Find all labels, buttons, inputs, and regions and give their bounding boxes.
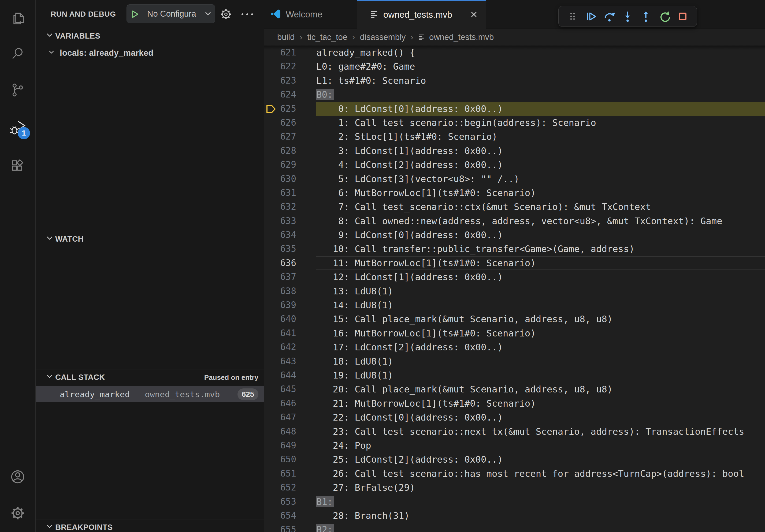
chevron-down-icon: [49, 50, 54, 55]
code-line-628[interactable]: 628 3: LdConst[1](address: 0x00..): [264, 144, 765, 158]
line-content: 25: LdConst[2](address: 0x00..): [316, 452, 765, 466]
line-number: 642: [264, 340, 296, 354]
code-line-640[interactable]: 640 15: Call place_mark(&mut Scenario, a…: [264, 312, 765, 326]
line-content: 22: LdConst[0](address: 0x00..): [316, 410, 765, 424]
line-content: 28: Branch(31): [316, 509, 765, 523]
block-label: B2:: [316, 524, 334, 532]
line-number: 652: [264, 481, 296, 494]
code-line-627[interactable]: 627 2: StLoc[1](ts#1#0: Scenario): [264, 130, 765, 143]
code-line-622[interactable]: 622L0: game#2#0: Game: [264, 60, 765, 73]
code-line-623[interactable]: 623L1: ts#1#0: Scenario: [264, 74, 765, 88]
line-number: 649: [264, 438, 296, 452]
scope-label: locals: already_marked: [60, 48, 154, 58]
restart-button[interactable]: [657, 9, 671, 23]
code-line-648[interactable]: 648 23: Call test_scenario::next_tx(&mut…: [264, 424, 765, 438]
breadcrumb-file[interactable]: owned_tests.mvb: [429, 32, 494, 42]
code-line-646[interactable]: 646 21: MutBorrowLoc[1](ts#1#0: Scenario…: [264, 397, 765, 410]
tab-label: owned_tests.mvb: [383, 10, 452, 20]
tab-welcome[interactable]: Welcome: [264, 0, 357, 29]
explorer-icon[interactable]: [9, 10, 26, 27]
code-line-653[interactable]: 653B1:: [264, 495, 765, 509]
breadcrumb-item[interactable]: build: [277, 32, 295, 42]
code-line-634[interactable]: 634 9: LdConst[0](address: 0x00..): [264, 228, 765, 242]
start-debug-icon[interactable]: [130, 9, 140, 20]
step-into-button[interactable]: [621, 9, 635, 23]
code-line-630[interactable]: 630 5: LdConst[3](vector<u8>: "" /..): [264, 172, 765, 186]
line-content: 19: LdU8(1): [316, 368, 765, 382]
drag-handle-icon[interactable]: [565, 9, 579, 23]
section-divider: [36, 519, 264, 519]
source-control-icon[interactable]: [9, 82, 26, 99]
code-line-641[interactable]: 641 16: MutBorrowLoc[1](ts#1#0: Scenario…: [264, 326, 765, 340]
search-icon[interactable]: [9, 45, 26, 62]
line-number: 624: [264, 88, 296, 102]
code-line-644[interactable]: 644 19: LdU8(1): [264, 368, 765, 382]
section-label: BREAKPOINTS: [55, 523, 113, 532]
code-line-636[interactable]: 636 11: MutBorrowLoc[1](ts#1#0: Scenario…: [264, 256, 765, 270]
call-stack-frame-row[interactable]: already_marked owned_tests.mvb 625: [36, 386, 264, 402]
line-content: 15: Call place_mark(&mut Scenario, addre…: [316, 312, 765, 326]
breadcrumb-separator: ›: [300, 32, 303, 42]
code-line-654[interactable]: 654 28: Branch(31): [264, 509, 765, 523]
code-line-655[interactable]: 655B2:: [264, 523, 765, 532]
code-line-650[interactable]: 650 25: LdConst[2](address: 0x00..): [264, 452, 765, 466]
debug-settings-gear-icon[interactable]: [220, 8, 232, 22]
code-area: 621already_marked() {622L0: game#2#0: Ga…: [264, 46, 765, 532]
line-content: 6: MutBorrowLoc[1](ts#1#0: Scenario): [316, 186, 765, 200]
code-line-625[interactable]: 625 0: LdConst[0](address: 0x00..): [264, 102, 765, 116]
breadcrumb-item[interactable]: disassembly: [360, 32, 406, 42]
line-content: B0:: [316, 88, 765, 102]
step-out-button[interactable]: [639, 9, 653, 23]
code-line-626[interactable]: 626 1: Call test_scenario::begin(address…: [264, 116, 765, 130]
line-number: 628: [264, 144, 296, 158]
line-content: 1: Call test_scenario::begin(address): S…: [316, 116, 765, 130]
code-line-649[interactable]: 649 24: Pop: [264, 438, 765, 452]
variables-section-header[interactable]: VARIABLES: [36, 30, 264, 43]
line-number: 653: [264, 495, 296, 509]
vscode-logo-icon: [271, 9, 281, 20]
settings-gear-icon[interactable]: [9, 505, 26, 522]
code-line-633[interactable]: 633 8: Call owned::new(address, address,…: [264, 214, 765, 228]
line-number: 631: [264, 186, 296, 200]
close-icon[interactable]: [470, 10, 478, 20]
code-line-632[interactable]: 632 7: Call test_scenario::ctx(&mut Scen…: [264, 200, 765, 214]
code-line-631[interactable]: 631 6: MutBorrowLoc[1](ts#1#0: Scenario): [264, 186, 765, 200]
line-content: L0: game#2#0: Game: [316, 60, 765, 73]
call-stack-section-header[interactable]: CALL STACK Paused on entry: [36, 371, 264, 385]
line-number: 634: [264, 228, 296, 242]
code-line-652[interactable]: 652 27: BrFalse(29): [264, 481, 765, 494]
watch-section-header[interactable]: WATCH: [36, 232, 264, 246]
tab-owned-tests[interactable]: owned_tests.mvb: [357, 0, 486, 29]
line-content: 17: LdConst[2](address: 0x00..): [316, 340, 765, 354]
extensions-icon[interactable]: [9, 157, 26, 175]
account-icon[interactable]: [9, 468, 26, 485]
breadcrumb-item[interactable]: tic_tac_toe: [307, 32, 348, 42]
stop-button[interactable]: [676, 9, 690, 23]
more-actions-icon[interactable]: [242, 13, 253, 15]
code-line-643[interactable]: 643 18: LdU8(1): [264, 355, 765, 368]
code-line-639[interactable]: 639 14: LdU8(1): [264, 298, 765, 312]
line-number: 632: [264, 200, 296, 214]
step-over-button[interactable]: [602, 9, 616, 23]
line-number: 645: [264, 382, 296, 396]
breakpoints-section-header[interactable]: BREAKPOINTS: [36, 521, 264, 532]
code-line-624[interactable]: 624B0:: [264, 88, 765, 102]
breadcrumb-separator: ›: [410, 32, 413, 42]
launch-configuration-dropdown[interactable]: No Configura: [127, 4, 215, 23]
code-line-647[interactable]: 647 22: LdConst[0](address: 0x00..): [264, 410, 765, 424]
code-line-642[interactable]: 642 17: LdConst[2](address: 0x00..): [264, 340, 765, 354]
line-content: 9: LdConst[0](address: 0x00..): [316, 228, 765, 242]
dropdown-divider: [142, 7, 142, 21]
code-line-635[interactable]: 635 10: Call transfer::public_transfer<G…: [264, 242, 765, 256]
run-and-debug-icon[interactable]: 1: [9, 120, 26, 136]
variables-scope-row[interactable]: locals: already_marked: [36, 46, 264, 60]
code-line-638[interactable]: 638 13: LdU8(1): [264, 284, 765, 298]
line-number: 639: [264, 298, 296, 312]
code-line-651[interactable]: 651 26: Call test_scenario::has_most_rec…: [264, 467, 765, 481]
code-line-637[interactable]: 637 12: LdConst[1](address: 0x00..): [264, 270, 765, 284]
code-line-645[interactable]: 645 20: Call place_mark(&mut Scenario, a…: [264, 382, 765, 396]
tab-label: Welcome: [286, 9, 323, 20]
code-line-629[interactable]: 629 4: LdConst[2](address: 0x00..): [264, 158, 765, 172]
run-and-debug-panel: RUN AND DEBUG No Configura VARIABLES: [36, 0, 264, 532]
continue-button[interactable]: [584, 9, 598, 23]
